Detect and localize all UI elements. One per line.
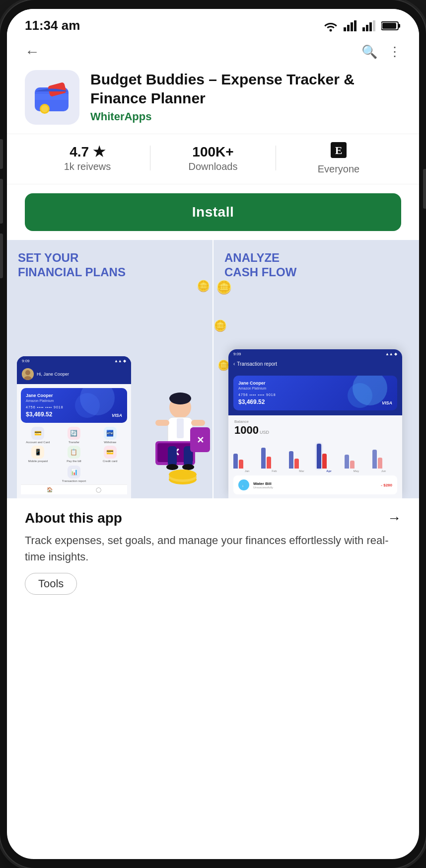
screenshot-right-label: ANALYZE CASH FLOW	[224, 251, 408, 280]
rating-stat: 4.7 ★ 1k reivews	[25, 144, 150, 172]
svg-point-23	[169, 393, 191, 404]
mini-transaction-header: ‹ Transaction report	[228, 357, 402, 371]
mini-phone-right: 9:09 ▲▲ ◆ ‹ Transaction report Jane Coop…	[228, 349, 402, 498]
about-arrow-icon[interactable]: →	[387, 510, 401, 526]
transaction-info: Water Bill Unsuccessfully	[253, 481, 377, 489]
transaction-status: Unsuccessfully	[253, 486, 377, 489]
bar-red-mar	[294, 459, 299, 469]
svg-rect-3	[351, 22, 353, 31]
mini-menu-credit: 💳 Credit card	[93, 446, 127, 463]
chart-label-mar: Mar	[288, 470, 315, 473]
bar-group-apr	[317, 444, 342, 469]
audience-label: Everyone	[276, 163, 401, 175]
bar-blue-may	[345, 455, 349, 469]
svg-rect-7	[369, 22, 372, 31]
svg-point-33	[166, 464, 178, 470]
rating-value: 4.7 ★	[25, 144, 150, 160]
bar-red-jun	[378, 458, 382, 469]
chart-label-jan: Jan	[233, 470, 261, 473]
downloads-stat: 100K+ Downloads	[150, 144, 276, 172]
app-icon	[25, 70, 79, 125]
wifi-icon	[323, 20, 339, 32]
about-header: About this app →	[25, 510, 401, 526]
transaction-name: Water Bill	[253, 481, 377, 486]
mini-balance-label: Balance	[234, 419, 396, 424]
bar-blue-jun	[372, 450, 377, 469]
svg-rect-4	[354, 20, 356, 31]
status-icons	[323, 20, 401, 32]
screenshot-left-line2: FINANCIAL PLANS	[18, 265, 202, 280]
bar-blue-apr	[317, 444, 321, 469]
svg-rect-1	[344, 27, 346, 31]
mini-menu-transfer: 🔄 Transfer	[57, 427, 91, 444]
about-section: About this app → Track expenses, set goa…	[7, 498, 419, 603]
bar-blue-feb	[261, 448, 266, 469]
svg-point-15	[41, 105, 48, 112]
svg-point-37	[169, 470, 197, 479]
bar-group-feb	[261, 448, 286, 469]
rating-label: 1k reivews	[25, 161, 150, 172]
nav-actions: 🔍 ⋮	[361, 44, 401, 60]
mini-menu-grid: 💳 Account and Card 🔄 Transfer 🏧 Withdraw	[21, 427, 127, 463]
screenshot-right-line1: ANALYZE	[224, 251, 408, 265]
svg-text:E: E	[335, 144, 343, 157]
screenshot-left: SET YOUR FINANCIAL PLANS 9:09 ▲▲ ◆ Hi, J…	[7, 240, 213, 498]
coin-left-2: 🪙	[213, 319, 227, 332]
svg-rect-31	[168, 446, 177, 466]
svg-rect-10	[398, 24, 400, 28]
more-icon[interactable]: ⋮	[388, 44, 401, 60]
bar-red-apr	[322, 454, 327, 469]
mini-chart-labels: Jan Feb Mar Apr May Jun	[233, 470, 397, 473]
svg-rect-8	[373, 20, 375, 31]
svg-rect-6	[366, 25, 368, 31]
bar-blue-mar	[289, 451, 293, 469]
audience-stat: E Everyone	[276, 141, 401, 175]
install-button[interactable]: Install	[25, 193, 401, 231]
mini-transaction-section: 💧 Water Bill Unsuccessfully - $280	[228, 473, 402, 498]
screenshot-right-line2: CASH FLOW	[224, 265, 408, 280]
svg-point-0	[330, 29, 332, 31]
mini-balance-section: Balance 1000 USD	[228, 415, 402, 439]
svg-rect-26	[155, 420, 169, 426]
character-decoration: ✕ ✕	[145, 388, 213, 498]
coin-top: 🪙	[197, 280, 210, 293]
stats-row: 4.7 ★ 1k reivews 100K+ Downloads E Every…	[7, 134, 419, 184]
transaction-icon: 💧	[238, 479, 249, 490]
mini-phone-left-content: Jane Cooper Amazon Platinium 4756 •••• •…	[17, 384, 131, 498]
app-icon-svg	[30, 75, 74, 120]
chart-label-feb: Feb	[261, 470, 288, 473]
search-icon[interactable]: 🔍	[361, 44, 377, 60]
bar-red-feb	[267, 457, 271, 469]
mini-nav: 🏠 ◯	[21, 484, 127, 494]
svg-rect-25	[177, 418, 184, 438]
mini-transaction-item: 💧 Water Bill Unsuccessfully - $280	[233, 475, 397, 494]
mini-chart-section: Jan Feb Mar Apr May Jun	[228, 439, 402, 473]
svg-rect-2	[347, 25, 350, 31]
svg-rect-27	[191, 420, 205, 426]
mini-greeting: Hi, Jane Cooper	[17, 364, 131, 384]
app-developer: WhiterApps	[90, 110, 401, 123]
chart-label-may: May	[343, 470, 370, 473]
bar-blue-jan	[233, 454, 238, 469]
mini-menu-withdraw: 🏧 Withdraw	[93, 427, 127, 444]
screenshot-left-label: SET YOUR FINANCIAL PLANS	[18, 251, 202, 280]
mini-status-left: 9:09 ▲▲ ◆	[17, 356, 131, 364]
app-title-section: Budget Buddies – Expense Tracker & Finan…	[90, 70, 401, 123]
audience-icon: E	[276, 141, 401, 162]
svg-rect-5	[362, 27, 365, 31]
bar-red-may	[350, 461, 355, 469]
about-title: About this app	[25, 510, 122, 526]
about-tag[interactable]: Tools	[25, 573, 77, 595]
signal2-icon	[362, 20, 376, 31]
phone-screen: 11:34 am	[7, 9, 419, 859]
svg-point-34	[182, 464, 194, 470]
back-button[interactable]: ←	[25, 43, 40, 60]
mini-chart-bars	[233, 441, 397, 469]
mini-menu-transaction: 📊 Transaction report	[21, 466, 127, 482]
svg-point-20	[25, 370, 30, 375]
app-title: Budget Buddies – Expense Tracker & Finan…	[90, 70, 401, 107]
battery-icon	[381, 21, 401, 31]
mini-balance-value: 1000	[234, 424, 259, 437]
about-description: Track expenses, set goals, and manage yo…	[25, 532, 401, 565]
status-time: 11:34 am	[25, 18, 80, 33]
